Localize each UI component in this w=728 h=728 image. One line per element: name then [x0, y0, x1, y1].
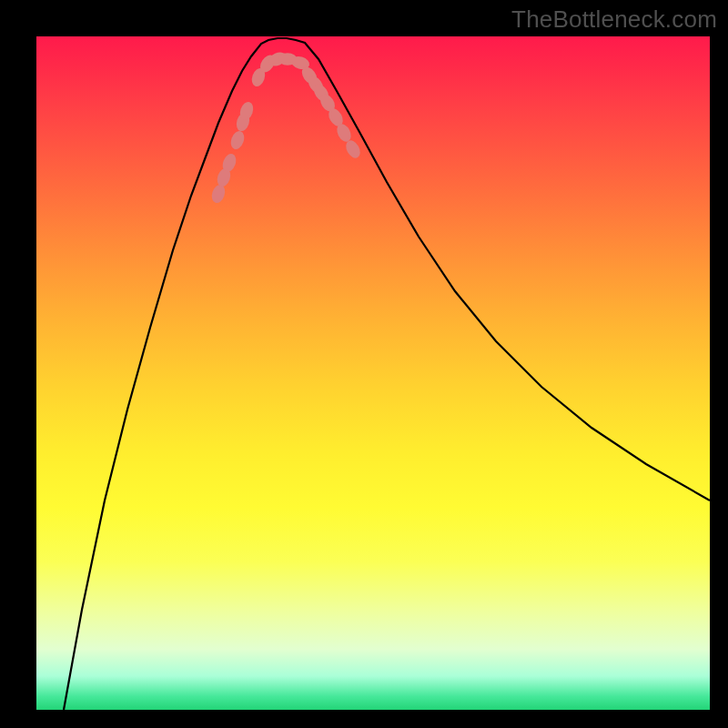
marker-point	[209, 183, 227, 205]
chart-frame: TheBottleneck.com	[0, 0, 728, 728]
watermark-label: TheBottleneck.com	[511, 5, 717, 34]
marker-point	[228, 129, 247, 151]
bottleneck-curve	[64, 38, 710, 710]
marker-group	[209, 50, 363, 205]
plot-area	[36, 36, 710, 710]
curve-svg	[36, 36, 710, 710]
